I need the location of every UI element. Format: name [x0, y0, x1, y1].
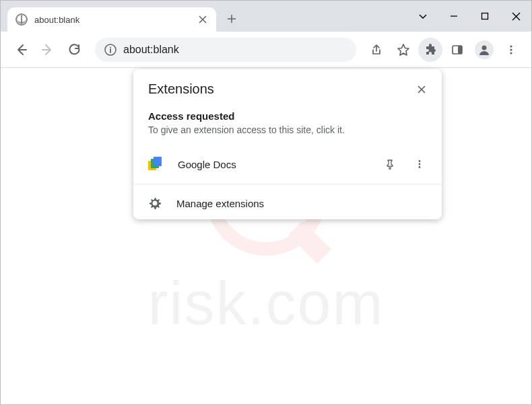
extensions-button[interactable]: [418, 38, 442, 62]
avatar-icon: [475, 40, 494, 59]
close-popup-button[interactable]: [412, 80, 431, 99]
svg-rect-0: [482, 13, 488, 20]
profile-button[interactable]: [472, 38, 496, 62]
chevron-down-icon[interactable]: [407, 1, 438, 32]
globe-favicon-icon: [15, 13, 28, 26]
pin-extension-button[interactable]: [383, 159, 397, 170]
back-button[interactable]: [9, 38, 33, 62]
tab-strip: about:blank: [1, 1, 242, 32]
titlebar: about:blank: [1, 1, 531, 32]
menu-button[interactable]: [499, 38, 523, 62]
watermark-text: risk.com: [148, 269, 385, 338]
divider: [133, 184, 442, 184]
side-panel-button[interactable]: [445, 38, 469, 62]
window-controls: [407, 1, 531, 32]
svg-point-2: [110, 46, 111, 48]
popup-title: Extensions: [148, 81, 427, 97]
svg-rect-4: [458, 46, 462, 54]
svg-point-5: [482, 45, 487, 50]
tab-title: about:blank: [34, 15, 191, 25]
svg-point-6: [510, 45, 512, 47]
svg-point-8: [510, 52, 512, 54]
new-tab-button[interactable]: [222, 9, 242, 29]
page-content: risk.com Extensions Access requested To …: [1, 68, 531, 404]
svg-point-9: [419, 160, 421, 162]
reload-button[interactable]: [63, 38, 87, 62]
section-description: To give an extension access to this site…: [148, 124, 427, 135]
extension-name: Google Docs: [178, 159, 368, 170]
share-button[interactable]: [364, 38, 389, 62]
browser-tab[interactable]: about:blank: [7, 7, 216, 32]
minimize-button[interactable]: [438, 1, 469, 32]
manage-extensions-label: Manage extensions: [176, 198, 427, 209]
url-text: about:blank: [123, 44, 179, 56]
bookmark-button[interactable]: [391, 38, 415, 62]
forward-button[interactable]: [36, 38, 60, 62]
extensions-popup: Extensions Access requested To give an e…: [133, 69, 442, 219]
toolbar: about:blank: [1, 32, 531, 68]
extension-item[interactable]: Google Docs: [133, 147, 442, 181]
close-window-button[interactable]: [500, 1, 531, 32]
popup-header: Extensions: [133, 69, 442, 106]
svg-point-7: [510, 48, 512, 50]
section-heading: Access requested: [148, 110, 427, 122]
svg-point-11: [419, 166, 421, 168]
maximize-button[interactable]: [469, 1, 500, 32]
google-docs-icon: [148, 157, 163, 172]
access-requested-section: Access requested To give an extension ac…: [133, 106, 442, 147]
manage-extensions-button[interactable]: Manage extensions: [133, 187, 442, 219]
close-tab-button[interactable]: [197, 14, 208, 25]
svg-point-10: [419, 163, 421, 165]
extension-menu-button[interactable]: [412, 159, 427, 169]
gear-icon: [148, 196, 162, 210]
info-icon[interactable]: [104, 44, 117, 56]
address-bar[interactable]: about:blank: [95, 38, 356, 62]
